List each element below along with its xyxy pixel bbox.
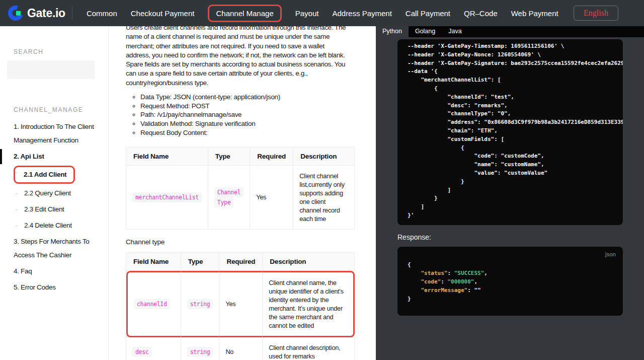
nav-item-checkout-payment[interactable]: Checkout Payment: [131, 9, 195, 18]
spec-path: Path: /v1/pay/channelmanage/save: [140, 110, 355, 119]
nav-item-web-payment[interactable]: Web Payment: [511, 9, 558, 18]
field-merchantchannellist: merchantChannelList: [132, 192, 202, 202]
description-value: Client channel name, the unique identifi…: [263, 271, 355, 337]
spec-data-type: Data Type: JSON (content-type: applicati…: [140, 93, 355, 102]
brand[interactable]: Gate.io: [0, 5, 72, 22]
sidebar-item-add-client[interactable]: 2.1 Add Client: [14, 166, 107, 184]
col-required: Required: [250, 148, 293, 166]
nav-item-payout[interactable]: Payout: [295, 9, 319, 18]
table-row-desc: desc string No Client channel descriptio…: [126, 337, 355, 360]
table-row-channelid-highlighted: channelId string Yes Client channel name…: [126, 271, 355, 337]
search-input[interactable]: [7, 60, 95, 79]
channel-type-table: Field Name Type Required Description cha…: [126, 252, 355, 360]
col-required: Required: [219, 253, 263, 271]
nav-item-common[interactable]: Common: [87, 9, 117, 18]
sidebar: SEARCH CHANNEL_MANAGE 1. Introduction To…: [0, 26, 109, 360]
nav-items: Common Checkout Payment Channel Manage P…: [87, 5, 558, 22]
description-value: Client channel list,currently only suppo…: [293, 166, 355, 230]
active-section-indicator: [0, 149, 2, 164]
code-panel: Python Golang Java --header 'X-GatePay-T…: [376, 26, 644, 360]
col-field-name: Field Name: [126, 148, 208, 166]
page: Gate.io Common Checkout Payment Channel …: [0, 0, 644, 360]
add-client-highlight[interactable]: 2.1 Add Client: [14, 166, 75, 184]
response-code-block: json { "status": "SUCCESS", "code": "000…: [397, 247, 623, 316]
type-channel-type: Channel Type: [214, 187, 244, 207]
required-value: No: [219, 337, 263, 360]
sidebar-section-label: CHANNEL_MANAGE: [14, 106, 83, 113]
sidebar-item-api-list[interactable]: 2. Api List: [14, 150, 107, 163]
nav-item-call-payment[interactable]: Call Payment: [406, 9, 450, 18]
col-type: Type: [181, 253, 220, 271]
spec-validation-method: Validation Method: Signature verificatio…: [140, 119, 355, 128]
nav-item-address-payment[interactable]: Address Payment: [332, 9, 391, 18]
response-label: Response:: [397, 233, 644, 241]
sidebar-menu: 1. Introduction To The Client Management…: [14, 120, 107, 297]
spec-request-method: Request Method: POST: [140, 102, 355, 111]
required-value: Yes: [250, 166, 293, 230]
spec-request-body: Request Body Content:: [140, 128, 355, 137]
request-spec-list: Data Type: JSON (content-type: applicati…: [126, 93, 355, 137]
sidebar-item-steps-cashier[interactable]: 3. Steps For Merchants To Access The Cas…: [14, 235, 107, 262]
nav-item-qr-code[interactable]: QR–Code: [464, 9, 498, 18]
field-channelid: channelId: [134, 299, 170, 309]
sidebar-item-query-client[interactable]: 2.2 Query Client: [14, 186, 107, 200]
col-description: Description: [263, 253, 355, 271]
tab-golang[interactable]: Golang: [409, 26, 442, 37]
doc-content: Users create client channels and record …: [109, 0, 376, 360]
description-value: Client channel description, used for rem…: [263, 337, 355, 360]
sidebar-item-delete-client[interactable]: 2.4 Delete Client: [14, 219, 107, 232]
sidebar-item-faq[interactable]: 4. Faq: [14, 264, 107, 278]
col-type: Type: [208, 148, 250, 166]
gate-logo-icon: [7, 5, 24, 22]
table-header-row: Field Name Type Required Description: [126, 253, 355, 271]
json-language-badge: json: [605, 251, 616, 257]
request-code: --header 'X-GatePay-Timestamp: 169561125…: [408, 42, 623, 220]
language-tabs: Python Golang Java: [376, 26, 644, 37]
channel-type-label: Channel type: [126, 238, 355, 246]
search-label: SEARCH: [14, 48, 44, 55]
sidebar-item-edit-client[interactable]: 2.3 Edit Client: [14, 202, 107, 216]
brand-divider: [72, 7, 72, 20]
required-value: Yes: [219, 271, 263, 337]
language-button[interactable]: English: [574, 6, 618, 21]
col-field-name: Field Name: [126, 253, 181, 271]
table-row: merchantChannelList Channel Type Yes Cli…: [126, 166, 355, 230]
type-string: string: [187, 347, 213, 357]
table-header-row: Field Name Type Required Description: [126, 148, 355, 166]
brand-name: Gate.io: [27, 7, 65, 20]
nav-item-channel-manage[interactable]: Channel Manage: [208, 5, 281, 22]
tab-java[interactable]: Java: [442, 26, 468, 37]
col-description: Description: [293, 148, 355, 166]
intro-paragraph: Users create client channels and record …: [126, 23, 355, 88]
response-code: { "status": "SUCCESS", "code": "000000",…: [408, 260, 623, 303]
sidebar-item-error-codes[interactable]: 5. Error Codes: [14, 280, 107, 294]
sidebar-item-introduction[interactable]: 1. Introduction To The Client Management…: [14, 120, 107, 147]
request-code-block: --header 'X-GatePay-Timestamp: 169561125…: [397, 39, 623, 225]
field-desc: desc: [132, 347, 152, 357]
type-string: string: [187, 299, 213, 309]
top-nav: Gate.io Common Checkout Payment Channel …: [0, 0, 644, 26]
tab-python[interactable]: Python: [376, 26, 409, 37]
request-body-table: Field Name Type Required Description mer…: [126, 147, 355, 230]
